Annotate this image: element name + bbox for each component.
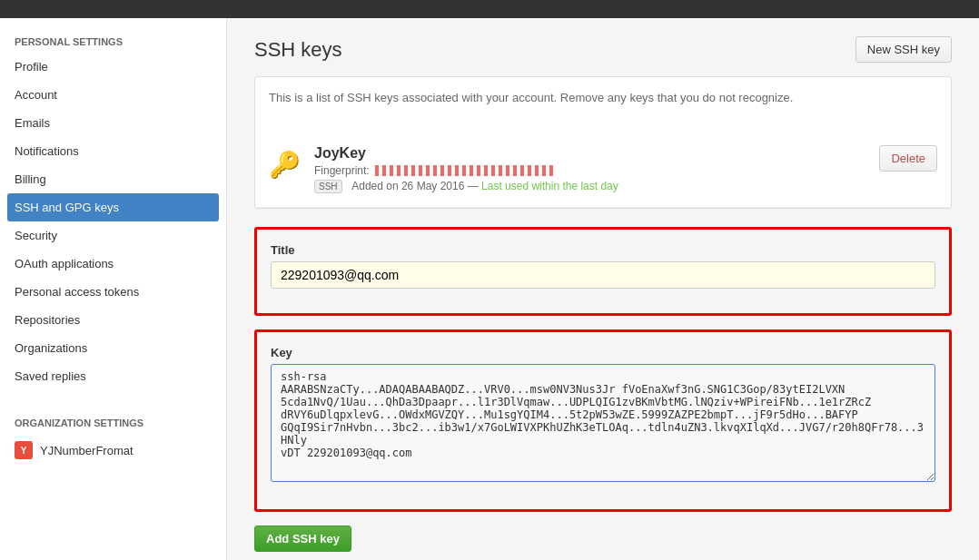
key-textarea[interactable]: ssh-rsa AARABSNzaCTy...ADAQABAABAQDZ...V… — [271, 364, 935, 482]
form-actions: Add SSH key — [254, 526, 952, 552]
sidebar-item-billing[interactable]: Billing — [0, 165, 226, 193]
title-input[interactable] — [271, 261, 935, 289]
key-info: JoyKey Fingerprint: SSH Added on 26 May … — [314, 145, 879, 193]
separator: — — [468, 180, 479, 192]
org-icon: Y — [15, 441, 33, 459]
key-fingerprint-line: Fingerprint: — [314, 164, 879, 177]
key-label: Key — [271, 346, 935, 359]
sidebar-item-oauth[interactable]: OAuth applications — [0, 250, 226, 278]
sidebar-section-personal: Personal settings — [0, 27, 226, 53]
key-badge: SSH — [314, 180, 342, 193]
sidebar-item-repositories[interactable]: Repositories — [0, 306, 226, 334]
add-ssh-key-button[interactable]: Add SSH key — [254, 526, 351, 552]
last-used: Last used within the last day — [481, 180, 618, 192]
description-text: This is a list of SSH keys associated wi… — [269, 91, 937, 104]
sidebar-item-profile[interactable]: Profile — [0, 53, 226, 81]
page-header: SSH keys New SSH key — [254, 36, 952, 63]
sidebar-item-ssh-gpg[interactable]: SSH and GPG keys — [7, 193, 219, 221]
main-content: SSH keys New SSH key This is a list of S… — [227, 18, 979, 560]
sidebar-org-item[interactable]: Y YJNumberFromat — [0, 434, 226, 467]
sidebar-item-tokens[interactable]: Personal access tokens — [0, 278, 226, 306]
org-label: YJNumberFromat — [40, 444, 134, 457]
key-form-group: Key ssh-rsa AARABSNzaCTy...ADAQABAABAQDZ… — [271, 346, 935, 485]
sidebar: Personal settings Profile Account Emails… — [0, 18, 227, 560]
sidebar-item-account[interactable]: Account — [0, 81, 226, 109]
sidebar-item-notifications[interactable]: Notifications — [0, 137, 226, 165]
fingerprint-value — [375, 165, 557, 176]
title-form-section: Title — [254, 227, 952, 316]
sidebar-item-organizations[interactable]: Organizations — [0, 334, 226, 362]
top-bar — [0, 0, 979, 18]
title-form-group: Title — [271, 243, 935, 289]
sidebar-item-saved-replies[interactable]: Saved replies — [0, 362, 226, 390]
sidebar-item-emails[interactable]: Emails — [0, 109, 226, 137]
key-entry: 🔑 JoyKey Fingerprint: SSH Added on 26 Ma… — [255, 132, 951, 208]
key-form-section: Key ssh-rsa AARABSNzaCTy...ADAQABAABAQDZ… — [254, 329, 952, 512]
key-icon: 🔑 — [269, 150, 301, 180]
new-ssh-key-button[interactable]: New SSH key — [855, 36, 952, 63]
key-name: JoyKey — [314, 145, 879, 162]
delete-button[interactable]: Delete — [879, 145, 937, 172]
key-meta: SSH Added on 26 May 2016 — Last used wit… — [314, 180, 879, 193]
fingerprint-label: Fingerprint: — [314, 164, 370, 177]
page-title: SSH keys — [254, 38, 342, 62]
ssh-keys-box: This is a list of SSH keys associated wi… — [254, 76, 952, 209]
sidebar-section-org: Organization settings — [0, 408, 226, 434]
title-label: Title — [271, 243, 935, 257]
added-date: Added on 26 May 2016 — [351, 180, 464, 192]
sidebar-item-security[interactable]: Security — [0, 221, 226, 250]
